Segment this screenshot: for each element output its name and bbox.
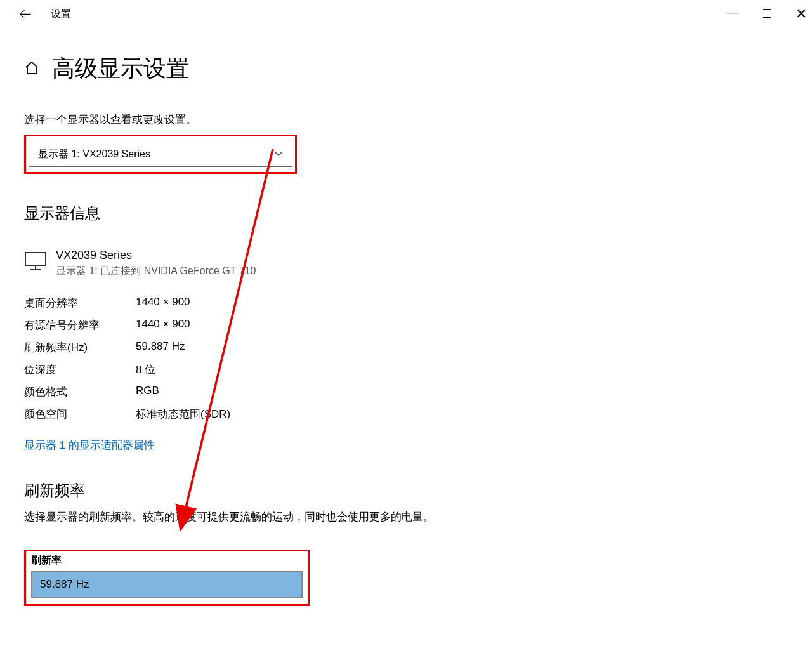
page-title: 高级显示设置 <box>52 53 189 84</box>
monitor-dropdown-highlight: 显示器 1: VX2039 Series <box>24 135 297 174</box>
info-value: 59.887 Hz <box>136 340 185 355</box>
monitor-dropdown[interactable]: 显示器 1: VX2039 Series <box>29 142 292 167</box>
info-label: 位深度 <box>24 362 136 377</box>
page-header: 高级显示设置 <box>24 53 812 84</box>
info-row: 颜色格式 RGB <box>24 381 812 403</box>
monitor-name: VX2039 Series <box>56 249 256 262</box>
window-controls: — ✕ <box>727 7 807 21</box>
monitor-info-title: 显示器信息 <box>24 203 812 223</box>
info-row: 有源信号分辨率 1440 × 900 <box>24 314 812 336</box>
info-table: 桌面分辨率 1440 × 900 有源信号分辨率 1440 × 900 刷新频率… <box>24 292 812 425</box>
home-icon[interactable] <box>24 60 39 78</box>
info-value: RGB <box>136 385 159 399</box>
monitor-icon <box>24 251 47 274</box>
info-label: 刷新频率(Hz) <box>24 340 136 355</box>
svg-rect-0 <box>25 253 46 265</box>
close-button[interactable]: ✕ <box>796 7 807 21</box>
minimize-button[interactable]: — <box>727 6 738 18</box>
info-value: 8 位 <box>136 362 155 377</box>
titlebar-title: 设置 <box>51 8 71 21</box>
info-row: 桌面分辨率 1440 × 900 <box>24 292 812 314</box>
info-label: 颜色格式 <box>24 385 136 399</box>
info-row: 颜色空间 标准动态范围(SDR) <box>24 403 812 425</box>
info-label: 颜色空间 <box>24 407 136 421</box>
monitor-sub: 显示器 1: 已连接到 NVIDIA GeForce GT 710 <box>56 265 256 278</box>
monitor-dropdown-label: 显示器 1: VX2039 Series <box>38 148 150 161</box>
maximize-button[interactable] <box>763 8 771 20</box>
info-label: 有源信号分辨率 <box>24 318 136 333</box>
info-label: 桌面分辨率 <box>24 296 136 310</box>
refresh-rate-highlight: 刷新率 59.887 Hz <box>24 550 310 606</box>
refresh-rate-label: 刷新率 <box>31 554 303 567</box>
info-row: 刷新频率(Hz) 59.887 Hz <box>24 336 812 359</box>
select-monitor-desc: 选择一个显示器以查看或更改设置。 <box>24 112 812 127</box>
info-value: 1440 × 900 <box>136 296 190 310</box>
chevron-down-icon <box>274 149 283 159</box>
back-icon[interactable]: 🡠 <box>19 8 32 20</box>
monitor-header-row: VX2039 Series 显示器 1: 已连接到 NVIDIA GeForce… <box>24 249 812 278</box>
refresh-rate-dropdown[interactable]: 59.887 Hz <box>31 571 303 598</box>
monitor-header-text: VX2039 Series 显示器 1: 已连接到 NVIDIA GeForce… <box>56 249 256 278</box>
info-value: 1440 × 900 <box>136 318 190 333</box>
refresh-rate-value: 59.887 Hz <box>40 578 89 591</box>
content: 高级显示设置 选择一个显示器以查看或更改设置。 显示器 1: VX2039 Se… <box>0 28 812 606</box>
info-row: 位深度 8 位 <box>24 359 812 381</box>
titlebar-left: 🡠 设置 <box>19 8 71 21</box>
refresh-section-title: 刷新频率 <box>24 480 812 501</box>
info-value: 标准动态范围(SDR) <box>136 407 230 421</box>
adapter-properties-link[interactable]: 显示器 1 的显示适配器属性 <box>24 435 155 455</box>
refresh-desc: 选择显示器的刷新频率。较高的速度可提供更流畅的运动，同时也会使用更多的电量。 <box>24 508 443 527</box>
titlebar: 🡠 设置 — ✕ <box>0 0 812 28</box>
